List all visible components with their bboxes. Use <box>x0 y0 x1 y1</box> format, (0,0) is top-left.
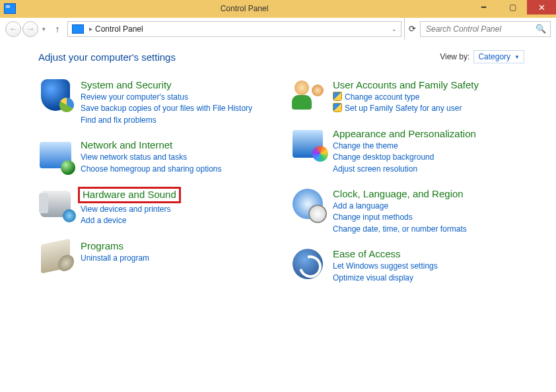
hardware-sound-highlight: Hardware and Sound <box>78 187 181 203</box>
add-device-link[interactable]: Add a device <box>81 215 178 226</box>
network-status-link[interactable]: View network status and tasks <box>81 152 221 163</box>
titlebar[interactable]: Control Panel ━ ▢ ✕ <box>0 0 556 17</box>
viewby-label: View by: <box>440 52 469 61</box>
find-fix-problems-link[interactable]: Find and fix problems <box>81 115 252 126</box>
viewby-dropdown[interactable]: Category ▼ <box>473 50 524 63</box>
system-security-link[interactable]: System and Security <box>81 79 252 90</box>
appearance-icon[interactable] <box>291 127 325 161</box>
uninstall-program-link[interactable]: Uninstall a program <box>81 253 149 264</box>
up-button[interactable]: ↑ <box>50 22 65 36</box>
category-clock-language: Clock, Language, and Region Add a langua… <box>291 187 538 235</box>
clock-language-link[interactable]: Clock, Language, and Region <box>333 188 467 199</box>
devices-printers-link[interactable]: View devices and printers <box>81 204 178 215</box>
ease-of-access-icon[interactable] <box>291 247 325 281</box>
category-ease-of-access: Ease of Access Let Windows suggest setti… <box>291 247 538 284</box>
homegroup-sharing-link[interactable]: Choose homegroup and sharing options <box>81 164 221 175</box>
hardware-sound-icon[interactable] <box>38 187 73 221</box>
page-heading: Adjust your computer's settings <box>38 51 440 63</box>
viewby-value: Category <box>478 52 510 61</box>
control-panel-window: Control Panel ━ ▢ ✕ ← → ▾ ↑ ▸ Control Pa… <box>0 0 556 392</box>
file-history-link[interactable]: Save backup copies of your files with Fi… <box>81 103 252 114</box>
content-header: Adjust your computer's settings View by:… <box>38 50 538 63</box>
category-user-accounts: User Accounts and Family Safety Change a… <box>291 78 538 115</box>
screen-resolution-link[interactable]: Adjust screen resolution <box>333 164 476 175</box>
network-internet-link[interactable]: Network and Internet <box>81 139 221 150</box>
address-icon <box>72 24 84 34</box>
suggest-settings-link[interactable]: Let Windows suggest settings <box>333 261 438 272</box>
optimize-visual-link[interactable]: Optimize visual display <box>333 273 438 284</box>
content-area: Adjust your computer's settings View by:… <box>0 40 556 392</box>
right-column: User Accounts and Family Safety Change a… <box>291 78 538 296</box>
refresh-button[interactable]: ⟳ <box>404 18 420 40</box>
forward-button[interactable]: → <box>22 21 38 37</box>
category-system-security: System and Security Review your computer… <box>38 78 285 126</box>
address-bar[interactable]: ▸ Control Panel ⌄ <box>67 21 401 37</box>
close-button[interactable]: ✕ <box>527 0 556 15</box>
category-appearance: Appearance and Personalization Change th… <box>291 127 538 175</box>
history-dropdown[interactable]: ▾ <box>40 26 48 32</box>
address-dropdown[interactable]: ⌄ <box>389 26 400 32</box>
hardware-sound-link[interactable]: Hardware and Sound <box>83 189 176 200</box>
address-text: Control Panel <box>95 24 143 34</box>
search-input[interactable] <box>425 24 536 34</box>
programs-icon[interactable] <box>38 239 73 273</box>
category-programs: Programs Uninstall a program <box>38 239 285 273</box>
input-methods-link[interactable]: Change input methods <box>333 212 467 223</box>
programs-link[interactable]: Programs <box>81 240 149 251</box>
user-accounts-link[interactable]: User Accounts and Family Safety <box>333 79 479 90</box>
window-title: Control Panel <box>20 0 469 17</box>
change-theme-link[interactable]: Change the theme <box>333 141 476 152</box>
chevron-down-icon: ▼ <box>514 54 520 60</box>
review-status-link[interactable]: Review your computer's status <box>81 92 252 103</box>
back-button[interactable]: ← <box>5 21 21 37</box>
search-icon[interactable]: 🔍 <box>536 24 546 34</box>
toolbar: ← → ▾ ↑ ▸ Control Panel ⌄ ⟳ 🔍 <box>0 17 556 40</box>
maximize-button[interactable]: ▢ <box>498 0 527 15</box>
minimize-button[interactable]: ━ <box>469 0 498 15</box>
category-columns: System and Security Review your computer… <box>38 78 538 296</box>
date-time-formats-link[interactable]: Change date, time, or number formats <box>333 224 467 235</box>
left-column: System and Security Review your computer… <box>38 78 285 296</box>
chevron-right-icon: ▸ <box>87 25 95 32</box>
user-accounts-icon[interactable] <box>291 78 325 112</box>
system-security-icon[interactable] <box>38 78 73 112</box>
desktop-background-link[interactable]: Change desktop background <box>333 152 476 163</box>
search-box[interactable]: 🔍 <box>420 21 551 37</box>
app-icon <box>4 3 16 14</box>
category-network-internet: Network and Internet View network status… <box>38 138 285 175</box>
ease-of-access-link[interactable]: Ease of Access <box>333 248 438 259</box>
appearance-link[interactable]: Appearance and Personalization <box>333 128 476 139</box>
clock-language-icon[interactable] <box>291 187 325 221</box>
category-hardware-sound: Hardware and Sound View devices and prin… <box>38 187 285 227</box>
change-account-type-link[interactable]: Change account type <box>333 92 479 103</box>
add-language-link[interactable]: Add a language <box>333 201 467 212</box>
window-controls: ━ ▢ ✕ <box>469 0 556 15</box>
family-safety-link[interactable]: Set up Family Safety for any user <box>333 103 479 114</box>
network-internet-icon[interactable] <box>38 138 73 172</box>
